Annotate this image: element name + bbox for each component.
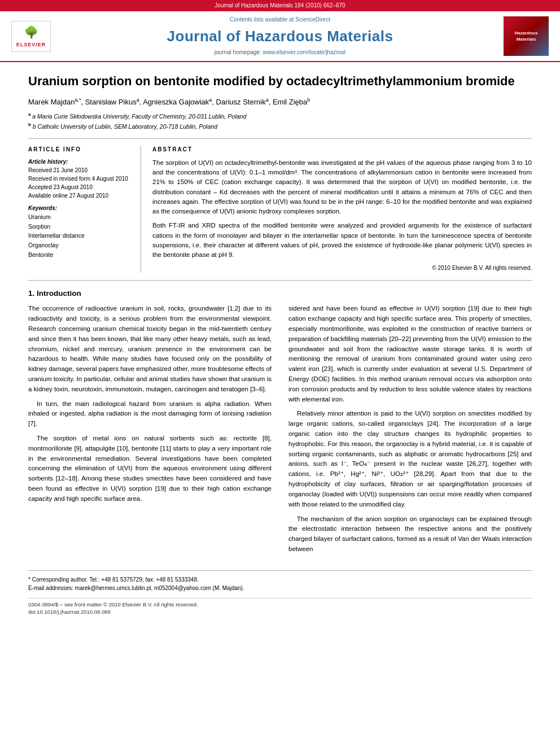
email-note: E-mail addresses: marek@hermes.umcs.lubl… bbox=[28, 584, 532, 592]
article-history: Article history: Received 21 June 2010 R… bbox=[28, 158, 132, 200]
author-sternik: Dariusz Sternik bbox=[216, 98, 266, 106]
introduction-body: The occurrence of radioactive uranium in… bbox=[28, 304, 532, 559]
affiliations: a a Maria Curie Skłodowska University, F… bbox=[28, 111, 532, 130]
history-label: Article history: bbox=[28, 158, 132, 166]
article-info-column: ARTICLE INFO Article history: Received 2… bbox=[28, 146, 141, 273]
keywords-list: Uranium Sorption Interlamellar distance … bbox=[28, 212, 132, 260]
introduction-section: 1. Introduction The occurrence of radioa… bbox=[28, 280, 532, 558]
abstract-paragraph-2: Both FT-IR and XRD spectra of the modifi… bbox=[152, 221, 532, 260]
received-date: Received 21 June 2010 bbox=[28, 166, 132, 174]
elsevier-logo: 🌳 ELSEVIER bbox=[11, 21, 56, 52]
article-info-heading: ARTICLE INFO bbox=[28, 146, 132, 154]
keyword-uranium: Uranium bbox=[28, 212, 132, 222]
copyright-line: © 2010 Elsevier B.V. All rights reserved… bbox=[152, 264, 532, 272]
author-pikus: Stanisław Pikus bbox=[85, 98, 137, 106]
sciencedirect-label: Contents lists available at ScienceDirec… bbox=[56, 16, 504, 24]
journal-title: Journal of Hazardous Materials bbox=[56, 26, 504, 46]
article-title: Uranium sorption on bentonite modified b… bbox=[28, 73, 532, 90]
article-dates: Received 21 June 2010 Received in revise… bbox=[28, 166, 132, 200]
abstract-column: ABSTRACT The sorption of U(VI) on octade… bbox=[152, 146, 532, 273]
authors-line: Marek Majdana,*, Stanisław Pikusa, Agnie… bbox=[28, 97, 532, 108]
journal-url[interactable]: www.elsevier.com/locate/jhazmat bbox=[262, 49, 345, 55]
hazardous-materials-logo: HazardousMaterials bbox=[504, 16, 549, 56]
keyword-bentonite: Bentonite bbox=[28, 250, 132, 260]
author-majdan: Marek Majdan bbox=[28, 98, 75, 106]
elsevier-brand-text: ELSEVIER bbox=[16, 41, 46, 49]
intro-right-col: sidered and have been found as effective… bbox=[288, 304, 532, 559]
accepted-date: Accepted 23 August 2010 bbox=[28, 183, 132, 191]
keyword-sorption: Sorption bbox=[28, 222, 132, 231]
keywords-section: Keywords: Uranium Sorption Interlamellar… bbox=[28, 204, 132, 260]
intro-right-para-3: The mechanism of the anion sorption on o… bbox=[288, 514, 532, 554]
intro-right-para-1: sidered and have been found as effective… bbox=[288, 304, 532, 404]
keyword-interlamellar: Interlamellar distance bbox=[28, 231, 132, 241]
issn-line: 0304-3894/$ – see front matter © 2010 El… bbox=[28, 601, 532, 608]
author-gajowiak: Agnieszka Gajowiak bbox=[143, 98, 209, 106]
affiliation-b: b b Catholic University of Lublin, SEM L… bbox=[28, 121, 532, 130]
intro-left-text: The occurrence of radioactive uranium in… bbox=[28, 304, 272, 504]
abstract-paragraph-1: The sorption of U(VI) on octadecyltrimet… bbox=[152, 158, 532, 217]
abstract-text: The sorption of U(VI) on octadecyltrimet… bbox=[152, 158, 532, 260]
footnotes-section: * Corresponding author. Tel.: +48 81 537… bbox=[28, 570, 532, 592]
elsevier-logo-box: 🌳 ELSEVIER bbox=[11, 21, 51, 52]
journal-citation-bar: Journal of Hazardous Materials 184 (2010… bbox=[0, 0, 560, 11]
elsevier-tree-icon: 🌳 bbox=[24, 24, 38, 40]
main-content: Uranium sorption on bentonite modified b… bbox=[0, 62, 560, 627]
header-center: Contents lists available at ScienceDirec… bbox=[56, 16, 504, 56]
available-date: Available online 27 August 2010 bbox=[28, 191, 132, 200]
intro-para-2: In turn, the main radiological hazard fr… bbox=[28, 399, 272, 429]
journal-citation-text: Journal of Hazardous Materials 184 (2010… bbox=[215, 2, 345, 8]
intro-right-para-2: Relatively minor attention is paid to th… bbox=[288, 409, 532, 509]
keywords-label: Keywords: bbox=[28, 204, 132, 212]
affiliation-a: a a Maria Curie Skłodowska University, F… bbox=[28, 111, 532, 120]
intro-para-3: The sorption of metal ions on natural so… bbox=[28, 434, 272, 504]
intro-left-col: The occurrence of radioactive uranium in… bbox=[28, 304, 272, 559]
article-info-abstract-section: ARTICLE INFO Article history: Received 2… bbox=[28, 138, 532, 273]
abstract-heading: ABSTRACT bbox=[152, 146, 532, 154]
journal-header: 🌳 ELSEVIER Contents lists available at S… bbox=[0, 11, 560, 62]
journal-homepage: journal homepage: www.elsevier.com/locat… bbox=[56, 49, 504, 56]
corresponding-author-note: * Corresponding author. Tel.: +48 81 537… bbox=[28, 575, 532, 584]
doi-line: doi:10.1016/j.jhazmat.2010.08.089 bbox=[28, 608, 532, 615]
footer-bottom: 0304-3894/$ – see front matter © 2010 El… bbox=[28, 598, 532, 616]
keyword-organoclay: Organoclay bbox=[28, 241, 132, 250]
author-zieba: Emil Zięba bbox=[273, 98, 307, 106]
introduction-title: 1. Introduction bbox=[28, 289, 532, 299]
intro-para-1: The occurrence of radioactive uranium in… bbox=[28, 304, 272, 394]
revised-date: Received in revised form 4 August 2010 bbox=[28, 174, 132, 183]
intro-right-text: sidered and have been found as effective… bbox=[288, 304, 532, 554]
